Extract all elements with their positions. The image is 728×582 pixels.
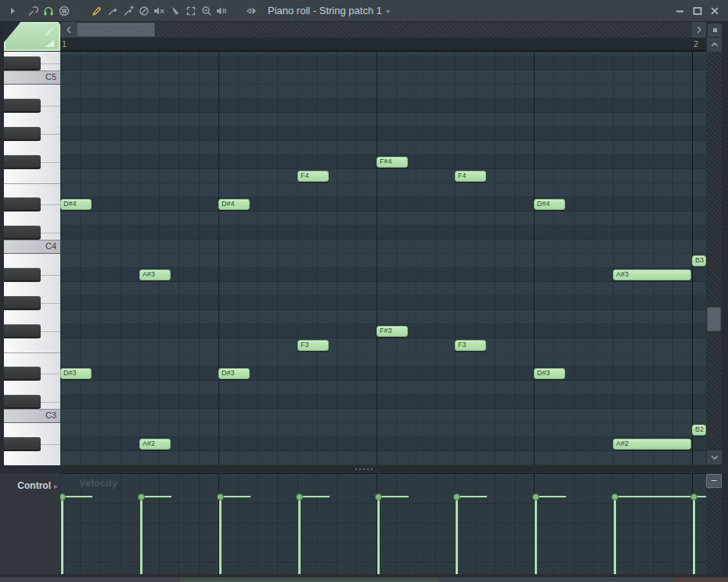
key-G#4[interactable] (4, 127, 41, 141)
velocity-stem[interactable] (693, 497, 695, 574)
key-A#4[interactable] (4, 99, 41, 113)
control-label: Control (17, 480, 51, 491)
scroll-up-button[interactable] (707, 38, 722, 52)
white-key-separator (41, 134, 60, 135)
key-D#4[interactable] (4, 197, 41, 211)
slice-icon[interactable] (168, 3, 183, 19)
key-C#4[interactable] (4, 226, 41, 240)
mute-icon[interactable] (152, 3, 168, 19)
delete-icon[interactable] (136, 3, 152, 19)
scroll-down-button[interactable] (707, 450, 722, 465)
note-A#2[interactable]: A#2 (613, 439, 691, 450)
key-C4[interactable]: C4 (4, 240, 60, 254)
note-F4[interactable]: F4 (455, 171, 486, 182)
velocity-handle[interactable] (690, 493, 697, 501)
note-B2[interactable]: B2 (692, 425, 706, 436)
note-F3[interactable]: F3 (455, 340, 486, 351)
key-C5[interactable]: C5 (4, 70, 60, 85)
note-F3[interactable]: F3 (297, 340, 329, 351)
note-F#4[interactable]: F#4 (377, 157, 408, 168)
key-D#3[interactable] (4, 367, 41, 381)
velocity-handle[interactable] (296, 493, 303, 501)
white-key-separator (41, 374, 60, 374)
horizontal-scrollbar[interactable] (60, 22, 706, 38)
velocity-handle[interactable] (611, 493, 618, 501)
note-D#4[interactable]: D#4 (218, 199, 250, 210)
grid-lines (60, 52, 706, 465)
velocity-stem[interactable] (219, 497, 222, 574)
vertical-scrollbar-track[interactable] (706, 52, 722, 450)
menu-arrow-icon[interactable] (5, 3, 20, 19)
paint-brush-icon[interactable] (105, 3, 121, 19)
zoom-icon[interactable] (199, 3, 214, 19)
note-B3[interactable]: B3 (692, 255, 706, 266)
key-C#5[interactable] (4, 56, 41, 70)
velocity-handle[interactable] (532, 493, 539, 501)
timeline-ruler[interactable]: 12 (60, 38, 706, 52)
paint-brush-add-icon[interactable] (121, 3, 136, 19)
scroll-size-button[interactable] (708, 23, 722, 37)
velocity-handle[interactable] (217, 493, 224, 501)
beat-line (218, 52, 219, 465)
white-key-separator (41, 444, 60, 445)
velocity-tail (140, 496, 171, 497)
note-D#3[interactable]: D#3 (534, 368, 565, 379)
key-C#3[interactable] (4, 395, 41, 409)
velocity-handle[interactable] (375, 493, 382, 501)
headphones-icon[interactable] (41, 3, 56, 19)
note-A#3[interactable]: A#3 (613, 269, 691, 280)
piano-roll-corner-menu[interactable] (4, 22, 60, 51)
select-icon[interactable] (183, 3, 199, 19)
ruler-bar-2: 2 (694, 38, 698, 50)
scroll-left-button[interactable] (60, 22, 77, 38)
minimize-button[interactable] (673, 4, 687, 18)
velocity-panel[interactable]: Velocity (60, 473, 706, 574)
options-menu-icon[interactable] (56, 3, 72, 19)
note-D#4[interactable]: D#4 (60, 199, 92, 210)
key-C3[interactable]: C3 (4, 409, 60, 423)
key-F#4[interactable] (4, 155, 41, 169)
note-F#3[interactable]: F#3 (377, 326, 408, 337)
collapse-control-button[interactable]: – (706, 474, 722, 488)
velocity-stem[interactable] (377, 497, 380, 574)
note-A#3[interactable]: A#3 (139, 269, 171, 280)
key-G#3[interactable] (4, 296, 41, 310)
control-target-selector[interactable]: Control▸ (0, 473, 60, 574)
note-A#2[interactable]: A#2 (139, 439, 171, 450)
note-grid[interactable]: D#4D#3A#3A#2D#4D#3F4F3F#4F#3F4F3D#4D#3A#… (60, 52, 706, 465)
white-key-separator (41, 402, 60, 403)
panel-splitter[interactable] (0, 465, 728, 473)
wrench-icon[interactable] (25, 3, 41, 19)
key-A#2[interactable] (4, 437, 41, 451)
playback-icon[interactable] (214, 3, 230, 19)
beat-line (377, 52, 377, 465)
note-D#3[interactable]: D#3 (218, 368, 250, 379)
note-D#4[interactable]: D#4 (534, 199, 565, 210)
title-menu-arrow-icon[interactable]: ▸ (387, 6, 391, 15)
keyboard-keys[interactable]: C5C4C3 (4, 52, 60, 465)
velocity-handle[interactable] (138, 493, 145, 501)
velocity-stem[interactable] (456, 497, 458, 574)
background-window-sliver (180, 577, 438, 582)
velocity-handle[interactable] (453, 493, 460, 501)
note-F4[interactable]: F4 (297, 171, 329, 182)
horizontal-scroll-thumb[interactable] (77, 23, 155, 37)
velocity-stem[interactable] (140, 497, 142, 574)
background-window-sliver (438, 577, 673, 582)
control-scrollbar-track[interactable] (706, 488, 722, 574)
vertical-scroll-thumb[interactable] (707, 307, 721, 331)
draw-pencil-icon[interactable] (89, 3, 105, 19)
close-button[interactable] (708, 4, 722, 18)
scroll-right-button[interactable] (692, 22, 706, 38)
key-A#3[interactable] (4, 268, 41, 282)
piano-roll-window: Piano roll - String patch 1 ▸ 12 C5C4C3 (0, 0, 728, 582)
note-D#3[interactable]: D#3 (60, 368, 92, 379)
window-title[interactable]: Piano roll - String patch 1 (268, 5, 382, 16)
velocity-stem[interactable] (61, 497, 63, 574)
velocity-stem[interactable] (614, 497, 616, 574)
maximize-button[interactable] (690, 4, 705, 18)
velocity-stem[interactable] (535, 497, 537, 574)
key-F#3[interactable] (4, 324, 41, 338)
preview-speaker-icon[interactable] (244, 3, 260, 19)
velocity-stem[interactable] (298, 497, 301, 574)
